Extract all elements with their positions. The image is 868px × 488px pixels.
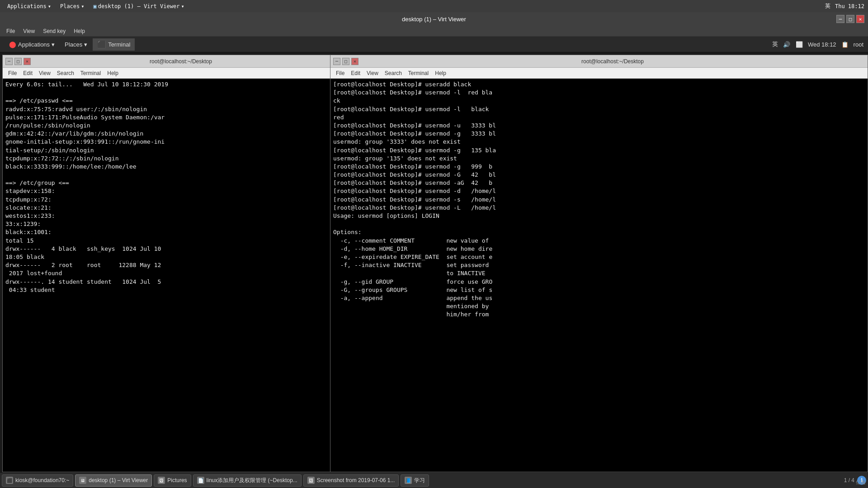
terminal-right-titlebar: ─ □ ✕ root@localhost:~/Desktop	[330, 55, 868, 68]
host-applications-label: Applications	[7, 3, 47, 9]
terminal-window-right: ─ □ ✕ root@localhost:~/Desktop File Edit…	[330, 55, 868, 472]
taskbar-item-virt[interactable]: 🖥 desktop (1) – Virt Viewer	[75, 474, 152, 487]
taskbar-item-screenshot[interactable]: 🖼 Screenshot from 2019-07-06 1...	[303, 474, 399, 487]
taskbar-study-label: 学习	[414, 477, 425, 484]
guest-places-label: Places	[65, 41, 82, 48]
taskbar-kiosk-icon: ⬛	[6, 477, 13, 484]
virt-viewer-title: desktop (1) – Virt Viewer	[402, 16, 466, 23]
terminal-right-menu-file[interactable]: File	[333, 69, 347, 77]
host-places-label: Places	[60, 3, 80, 9]
taskbar-study-icon: 📘	[405, 477, 412, 484]
guest-taskbar: ⬛ kiosk@foundation70:~ 🖥 desktop (1) – V…	[0, 472, 868, 488]
terminal-icon: ⬛	[97, 40, 106, 49]
terminal-left-menu-view[interactable]: View	[36, 69, 53, 77]
taskbar-pictures-label: Pictures	[167, 477, 187, 483]
host-topbar: Applications ▾ Places ▾ ▣ desktop (1) – …	[0, 0, 868, 12]
guest-area: ⬤ Applications ▾ Places ▾ ⬛ Terminal 英 🔊…	[0, 37, 868, 488]
virt-menu-file[interactable]: File	[3, 27, 19, 35]
taskbar-screenshot-icon: 🖼	[307, 477, 315, 484]
terminal-left-minimize[interactable]: ─	[5, 58, 13, 65]
terminal-right-menu-search[interactable]: Search	[382, 69, 405, 77]
display-icon[interactable]: ⬜	[795, 40, 803, 48]
terminal-right-close[interactable]: ✕	[351, 58, 359, 65]
host-time: Thu 18:12	[835, 3, 864, 9]
corner-watermark: 亿迪	[856, 479, 866, 486]
chevron-down-icon: ▾	[181, 3, 184, 9]
minimize-button[interactable]: ─	[836, 15, 844, 23]
host-applications-menu[interactable]: Applications ▾	[4, 2, 55, 10]
terminal-left-menu-edit[interactable]: Edit	[20, 69, 35, 77]
terminal-right-menu-help[interactable]: Help	[432, 69, 449, 77]
terminal-right-menu-terminal[interactable]: Terminal	[406, 69, 431, 77]
host-viewer-icon: ▣	[94, 3, 97, 9]
corner-watermark-text: 亿迪	[856, 479, 866, 485]
terminal-right-menu-view[interactable]: View	[364, 69, 381, 77]
host-topbar-left: Applications ▾ Places ▾ ▣ desktop (1) – …	[4, 2, 823, 10]
guest-username: root	[854, 41, 863, 48]
host-lang: 英	[825, 2, 830, 10]
terminal-left-close[interactable]: ✕	[24, 58, 31, 65]
taskbar-item-pictures[interactable]: 🖼 Pictures	[154, 474, 191, 487]
guest-applications-menu[interactable]: ⬤ Applications ▾	[5, 39, 59, 50]
chevron-down-icon: ▾	[81, 3, 84, 9]
virt-viewer-titlebar: desktop (1) – Virt Viewer ─ □ ✕	[0, 12, 868, 26]
guest-topbar-left: ⬤ Applications ▾ Places ▾ ⬛ Terminal	[5, 38, 135, 51]
virt-menubar: File View Send key Help	[0, 26, 868, 37]
guest-terminal-menu[interactable]: ⬛ Terminal	[93, 38, 135, 51]
host-topbar-right: 英 Thu 18:12	[825, 2, 864, 10]
virt-menu-send-key[interactable]: Send key	[39, 27, 69, 35]
terminal-left-title: root@localhost:~/Desktop	[33, 58, 329, 65]
host-viewer-label: desktop (1) – Virt Viewer	[98, 3, 180, 9]
taskbar-item-study[interactable]: 📘 学习	[401, 474, 429, 487]
host-viewer-menu[interactable]: ▣ desktop (1) – Virt Viewer ▾	[90, 2, 188, 10]
taskbar-kiosk-label: kiosk@foundation70:~	[15, 477, 69, 483]
terminal-left-maximize[interactable]: □	[14, 58, 22, 65]
terminal-right-content[interactable]: [root@localhost Desktop]# useradd black …	[330, 79, 868, 472]
virt-menu-view[interactable]: View	[19, 27, 38, 35]
taskbar-item-kiosk[interactable]: ⬛ kiosk@foundation70:~	[2, 474, 73, 487]
host-places-menu[interactable]: Places ▾	[57, 2, 88, 10]
guest-terminal-label: Terminal	[108, 41, 130, 48]
taskbar-virt-label: desktop (1) – Virt Viewer	[89, 477, 148, 483]
guest-lang: 英	[772, 40, 778, 48]
volume-icon[interactable]: 🔊	[783, 40, 791, 48]
close-button[interactable]: ✕	[856, 15, 864, 23]
terminal-left-content[interactable]: Every 6.0s: tail... Wed Jul 10 18:12:30 …	[3, 79, 332, 472]
terminal-left-output: Every 6.0s: tail... Wed Jul 10 18:12:30 …	[5, 80, 329, 294]
terminal-right-title: root@localhost:~/Desktop	[360, 58, 865, 65]
chevron-down-icon: ▾	[84, 41, 87, 48]
terminal-left-menubar: File Edit View Search Terminal Help	[3, 68, 332, 79]
terminal-right-output: [root@localhost Desktop]# useradd black …	[333, 80, 865, 319]
terminal-right-menu-edit[interactable]: Edit	[348, 69, 363, 77]
terminal-right-maximize[interactable]: □	[342, 58, 349, 65]
taskbar-screenshot-label: Screenshot from 2019-07-06 1...	[317, 477, 395, 483]
virt-menu-help[interactable]: Help	[70, 27, 89, 35]
taskbar-item-linux-mgmt[interactable]: 📄 linux添加用户及权限管理 (~Desktop...	[193, 474, 302, 487]
terminal-right-menubar: File Edit View Search Terminal Help	[330, 68, 868, 79]
user-icon[interactable]: 📋	[841, 40, 849, 48]
guest-time: Wed 18:12	[808, 41, 836, 48]
virt-viewer-window: desktop (1) – Virt Viewer ─ □ ✕ File Vie…	[0, 12, 868, 488]
terminal-left-menu-file[interactable]: File	[5, 69, 19, 77]
taskbar-virt-icon: 🖥	[79, 477, 86, 484]
terminal-window-left: ─ □ ✕ root@localhost:~/Desktop File Edit…	[2, 55, 332, 472]
virt-viewer-controls: ─ □ ✕	[836, 15, 864, 23]
taskbar-linux-mgmt-icon: 📄	[197, 477, 204, 484]
taskbar-pictures-icon: 🖼	[158, 477, 165, 484]
guest-topbar: ⬤ Applications ▾ Places ▾ ⬛ Terminal 英 🔊…	[0, 37, 868, 52]
terminal-left-menu-terminal[interactable]: Terminal	[78, 69, 104, 77]
terminal-right-minimize[interactable]: ─	[333, 58, 340, 65]
terminal-left-menu-search[interactable]: Search	[54, 69, 77, 77]
chevron-down-icon: ▾	[48, 3, 51, 9]
guest-places-menu[interactable]: Places ▾	[60, 39, 92, 50]
taskbar-page-info: 1 / 4	[844, 477, 854, 483]
guest-topbar-right: 英 🔊 ⬜ Wed 18:12 📋 root	[772, 40, 863, 48]
guest-applications-label: Applications	[18, 41, 50, 48]
taskbar-linux-mgmt-label: linux添加用户及权限管理 (~Desktop...	[207, 477, 297, 484]
chevron-down-icon: ▾	[52, 41, 55, 48]
gnome-logo-icon: ⬤	[9, 41, 16, 48]
maximize-button[interactable]: □	[846, 15, 854, 23]
terminal-left-titlebar: ─ □ ✕ root@localhost:~/Desktop	[3, 55, 332, 68]
terminals-area: ─ □ ✕ root@localhost:~/Desktop File Edit…	[0, 52, 868, 488]
terminal-left-menu-help[interactable]: Help	[104, 69, 121, 77]
